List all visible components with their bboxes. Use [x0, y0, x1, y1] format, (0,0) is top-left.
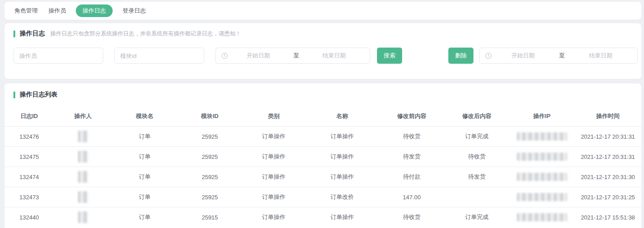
- cell-module-name: 订单: [112, 127, 177, 146]
- date-separator: 至: [554, 52, 570, 60]
- redacted-operator: [78, 131, 88, 142]
- date-range-picker-1[interactable]: 开始日期 至 结束日期: [215, 48, 370, 64]
- module-id-input[interactable]: [114, 48, 204, 64]
- table-row: 132473订单25925订单操作订单改价147.002021-12-17 20…: [4, 187, 641, 207]
- cell-after-content: 待收货: [444, 147, 509, 167]
- cell-log-id: 132473: [4, 187, 54, 207]
- operator-input[interactable]: [13, 48, 103, 64]
- column-header-after-content: 修改后内容: [444, 106, 509, 126]
- tab-role-management[interactable]: 角色管理: [13, 4, 39, 17]
- cell-name: 订单操作: [305, 147, 379, 167]
- end-date-placeholder: 结束日期: [304, 52, 364, 60]
- delete-button[interactable]: 删除: [448, 48, 473, 64]
- cell-after-content: 待发货: [444, 167, 509, 187]
- date-separator: 至: [289, 52, 304, 60]
- cell-module-name: 订单: [112, 167, 177, 187]
- cell-before-content: 待付款: [379, 167, 444, 187]
- operation-log-table: 日志ID操作人模块名模块ID类别名称修改前内容修改后内容操作IP操作时间 132…: [4, 106, 641, 227]
- cell-module-id: 25915: [177, 207, 242, 227]
- cell-after-content: 订单完成: [444, 207, 509, 227]
- end-date-placeholder: 结束日期: [570, 52, 632, 60]
- redacted-ip: [517, 153, 567, 161]
- cell-ip: [509, 167, 574, 187]
- redacted-operator: [78, 191, 88, 203]
- cell-category: 订单操作: [242, 127, 305, 146]
- cell-after-content: [444, 187, 509, 207]
- cell-before-content: 待收货: [379, 207, 444, 227]
- start-date-placeholder: 开始日期: [228, 52, 289, 60]
- cell-module-name: 订单: [112, 207, 177, 227]
- table-row: 132475订单25925订单操作订单操作待发货待收货2021-12-17 20…: [4, 146, 641, 167]
- cell-category: 订单操作: [242, 207, 305, 227]
- redacted-ip: [517, 173, 567, 181]
- column-header-before-content: 修改前内容: [379, 106, 444, 126]
- cell-operator: [54, 167, 112, 187]
- redacted-operator: [78, 171, 88, 183]
- column-header-time: 操作时间: [574, 106, 641, 126]
- cell-log-id: 132474: [4, 167, 54, 187]
- page: 角色管理操作员操作日志登录日志 操作日志 操作日志只包含部分系统操作日志，并非系…: [0, 0, 644, 228]
- column-header-category: 类别: [242, 106, 305, 126]
- redacted-operator: [78, 211, 88, 223]
- search-panel: 操作日志 操作日志只包含部分系统操作日志，并非系统所有操作都记录日志，请悉知！ …: [4, 23, 641, 79]
- cell-log-id: 132476: [4, 127, 54, 146]
- column-header-operator: 操作人: [54, 106, 112, 126]
- cell-name: 订单操作: [305, 127, 379, 146]
- column-header-log-id: 日志ID: [4, 106, 54, 126]
- cell-ip: [509, 207, 574, 227]
- cell-time: 2021-12-17 20:31:31: [574, 147, 641, 167]
- cell-time: 2021-12-17 20:31:31: [574, 127, 641, 146]
- clock-icon: [485, 53, 492, 59]
- column-header-ip: 操作IP: [509, 106, 574, 126]
- cell-category: 订单操作: [242, 167, 305, 187]
- cell-operator: [54, 187, 112, 207]
- tab-operation-log[interactable]: 操作日志: [76, 4, 113, 17]
- cell-operator: [54, 207, 112, 227]
- table-section-header: 操作日志列表: [4, 91, 641, 99]
- cell-module-id: 25925: [177, 187, 242, 207]
- tab-login-log[interactable]: 登录日志: [122, 4, 147, 17]
- section-accent-bar: [13, 92, 15, 98]
- date-range-picker-2[interactable]: 开始日期 至 结束日期: [479, 48, 638, 64]
- cell-log-id: 132440: [4, 207, 54, 227]
- cell-operator: [54, 127, 112, 146]
- search-button[interactable]: 搜索: [377, 48, 402, 64]
- cell-operator: [54, 147, 112, 167]
- cell-time: 2021-12-17 20:31:30: [574, 167, 641, 187]
- redacted-ip: [517, 132, 567, 140]
- cell-module-name: 订单: [112, 147, 177, 167]
- cell-before-content: 待收货: [379, 127, 444, 146]
- column-header-module-name: 模块名: [112, 106, 177, 126]
- cell-module-id: 25925: [177, 167, 242, 187]
- column-header-name: 名称: [305, 106, 379, 126]
- column-header-module-id: 模块ID: [177, 106, 242, 126]
- cell-time: 2021-12-17 20:31:25: [574, 187, 641, 207]
- table-header-row: 日志ID操作人模块名模块ID类别名称修改前内容修改后内容操作IP操作时间: [4, 106, 641, 126]
- cell-category: 订单操作: [242, 147, 305, 167]
- table-row: 132440订单25915订单操作订单操作待收货订单完成2021-12-17 1…: [4, 207, 641, 227]
- clock-icon: [221, 53, 228, 59]
- search-section-title: 操作日志: [20, 30, 45, 38]
- redacted-ip: [517, 213, 567, 221]
- log-list-panel: 操作日志列表 日志ID操作人模块名模块ID类别名称修改前内容修改后内容操作IP操…: [4, 83, 641, 228]
- table-row: 132476订单25925订单操作订单操作待收货订单完成2021-12-17 2…: [4, 126, 641, 146]
- cell-ip: [509, 147, 574, 167]
- section-accent-bar: [13, 31, 15, 37]
- cell-name: 订单操作: [305, 167, 379, 187]
- table-section-title: 操作日志列表: [20, 91, 57, 99]
- cell-module-id: 25925: [177, 147, 242, 167]
- cell-module-id: 25925: [177, 127, 242, 146]
- redacted-ip: [517, 193, 567, 201]
- cell-category: 订单操作: [242, 187, 305, 207]
- filter-row: 开始日期 至 结束日期 搜索 删除 开始日期 至 结束日期: [13, 48, 638, 64]
- cell-before-content: 147.00: [379, 187, 444, 207]
- tab-operator[interactable]: 操作员: [48, 4, 67, 17]
- cell-ip: [509, 127, 574, 146]
- cell-name: 订单改价: [305, 187, 379, 207]
- redacted-operator: [78, 151, 88, 162]
- cell-ip: [509, 187, 574, 207]
- search-section-header: 操作日志 操作日志只包含部分系统操作日志，并非系统所有操作都记录日志，请悉知！: [13, 30, 638, 38]
- table-row: 132474订单25925订单操作订单操作待付款待发货2021-12-17 20…: [4, 167, 641, 187]
- tab-bar: 角色管理操作员操作日志登录日志: [4, 2, 641, 20]
- start-date-placeholder: 开始日期: [492, 52, 554, 60]
